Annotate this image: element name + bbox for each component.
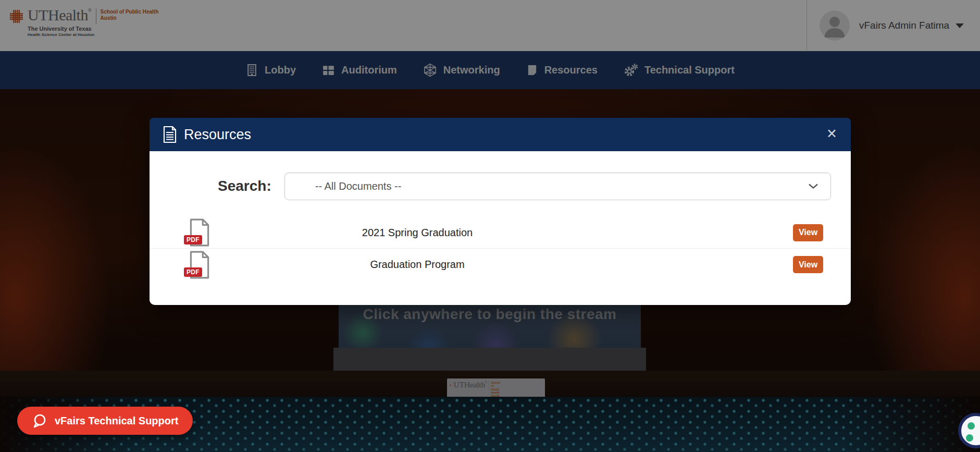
cookie-icon: [967, 422, 975, 430]
chat-button-label: vFairs Technical Support: [55, 415, 178, 427]
chat-bubble-icon: [32, 413, 47, 429]
document-title: 2021 Spring Graduation: [271, 227, 563, 239]
technical-support-chat-button[interactable]: vFairs Technical Support: [17, 407, 193, 435]
chevron-down-icon: [809, 184, 818, 189]
view-document-button[interactable]: View: [793, 224, 823, 241]
page: UTHealth ® School of Public Health Austi…: [0, 0, 980, 452]
pdf-file-icon: PDF: [188, 251, 212, 279]
selected-filter-value: -- All Documents --: [315, 180, 809, 192]
document-row: PDF 2021 Spring Graduation View: [150, 217, 851, 249]
view-document-button[interactable]: View: [793, 256, 823, 273]
document-lines-icon: [163, 126, 177, 143]
document-row: PDF Graduation Program View: [150, 249, 851, 280]
documents-filter-select[interactable]: -- All Documents --: [284, 173, 831, 200]
document-list: PDF 2021 Spring Graduation View PDF Grad…: [150, 217, 851, 280]
search-label: Search:: [218, 178, 271, 194]
resources-modal-header: Resources ✕: [150, 118, 851, 151]
modal-close-button[interactable]: ✕: [826, 126, 837, 141]
document-title: Graduation Program: [271, 259, 563, 271]
pdf-badge: PDF: [184, 235, 202, 245]
pdf-file-icon: PDF: [188, 218, 212, 247]
pdf-badge: PDF: [184, 267, 202, 277]
modal-title: Resources: [184, 127, 251, 143]
resources-modal: Resources ✕ Search: -- All Documents --: [150, 118, 851, 305]
resources-modal-body: Search: -- All Documents -- PDF: [150, 151, 851, 305]
